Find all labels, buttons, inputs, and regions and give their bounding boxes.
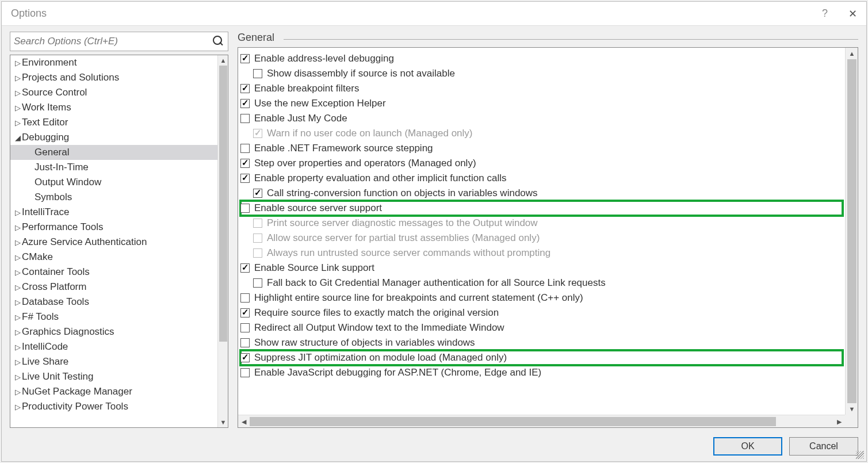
tree-item[interactable]: Just-In-Time [10,160,217,175]
search-icon[interactable] [213,36,224,47]
option-row[interactable]: Call string-conversion function on objec… [240,186,843,201]
tree-scrollbar[interactable]: ▲ ▼ [217,55,228,427]
option-row[interactable]: Suppress JIT optimization on module load… [240,350,843,365]
checkbox[interactable] [240,323,250,332]
tree-item[interactable]: ▷Work Items [10,100,217,115]
option-row[interactable]: Use the new Exception Helper [240,96,843,111]
ok-button[interactable]: OK [713,437,782,456]
scroll-thumb[interactable] [250,417,776,426]
chevron-right-icon[interactable]: ▷ [14,388,22,396]
checkbox[interactable] [253,69,262,78]
tree-item[interactable]: ▷Projects and Solutions [10,70,217,85]
scroll-up-icon[interactable]: ▲ [846,48,858,59]
search-box[interactable] [10,32,228,51]
scroll-left-icon[interactable]: ◀ [238,415,250,428]
chevron-right-icon[interactable]: ▷ [14,298,22,307]
checkbox[interactable] [240,353,250,362]
chevron-right-icon[interactable]: ▷ [14,343,22,351]
tree-item[interactable]: ▷Performance Tools [10,220,217,235]
option-row[interactable]: Enable .NET Framework source stepping [240,141,843,156]
option-row[interactable]: Enable Just My Code [240,111,843,126]
tree-item[interactable]: Output Window [10,175,217,190]
option-row[interactable]: Highlight entire source line for breakpo… [240,290,843,305]
checkbox[interactable] [240,114,250,123]
options-hscroll[interactable]: ◀ ▶ [238,415,845,427]
chevron-right-icon[interactable]: ▷ [14,358,22,366]
options-vscroll[interactable]: ▲ ▼ [845,48,858,415]
tree-item[interactable]: ▷Environment [10,55,217,70]
tree-item[interactable]: ▷NuGet Package Manager [10,384,217,399]
tree-item[interactable]: ▷Source Control [10,85,217,100]
chevron-right-icon[interactable]: ▷ [14,208,22,217]
checkbox[interactable] [240,54,250,63]
tree-item[interactable]: ▷IntelliCode [10,339,217,354]
option-row[interactable]: Enable breakpoint filters [240,81,843,96]
option-row[interactable]: Step over properties and operators (Mana… [240,156,843,171]
option-row[interactable]: Enable Source Link support [240,261,843,275]
scroll-down-icon[interactable]: ▼ [218,417,228,427]
option-row[interactable]: Enable source server support [240,201,843,216]
chevron-right-icon[interactable]: ▷ [14,74,22,82]
scroll-right-icon[interactable]: ▶ [833,415,845,428]
tree-item[interactable]: ▷Text Editor [10,115,217,130]
chevron-right-icon[interactable]: ▷ [14,89,22,97]
chevron-right-icon[interactable]: ▷ [14,104,22,112]
tree-item[interactable]: ▷Container Tools [10,265,217,280]
option-row[interactable]: Fall back to Git Credential Manager auth… [240,275,843,290]
chevron-right-icon[interactable]: ▷ [14,403,22,411]
chevron-right-icon[interactable]: ▷ [14,328,22,336]
chevron-right-icon[interactable]: ▷ [14,238,22,247]
scroll-thumb[interactable] [219,66,227,342]
chevron-right-icon[interactable]: ▷ [14,59,22,67]
checkbox[interactable] [253,189,262,198]
option-row[interactable]: Require source files to exactly match th… [240,305,843,320]
resize-grip[interactable] [856,451,864,459]
checkbox[interactable] [240,204,250,213]
help-button[interactable]: ? [811,7,839,20]
tree-item[interactable]: ▷Productivity Power Tools [10,399,217,414]
tree-item[interactable]: ▷CMake [10,250,217,265]
chevron-right-icon[interactable]: ▷ [14,268,22,277]
scroll-up-icon[interactable]: ▲ [218,55,228,66]
checkbox[interactable] [253,278,262,288]
tree-item[interactable]: ▷Database Tools [10,294,217,309]
option-row[interactable]: Enable property evaluation and other imp… [240,171,843,186]
tree-item[interactable]: ▷Azure Service Authentication [10,235,217,250]
option-row[interactable]: Enable JavaScript debugging for ASP.NET … [240,365,843,380]
option-row[interactable]: Show raw structure of objects in variabl… [240,335,843,350]
checkbox[interactable] [240,263,250,273]
tree-item[interactable]: ▷Graphics Diagnostics [10,324,217,339]
chevron-right-icon[interactable]: ▷ [14,253,22,262]
chevron-right-icon[interactable]: ▷ [14,373,22,381]
tree-item[interactable]: ◢Debugging [10,130,217,145]
tree-item[interactable]: ▷F# Tools [10,309,217,324]
checkbox[interactable] [240,144,250,153]
tree-item[interactable]: ▷Live Unit Testing [10,369,217,384]
scroll-thumb[interactable] [847,59,856,403]
tree-item[interactable]: Symbols [10,190,217,205]
checkbox[interactable] [240,84,250,93]
chevron-right-icon[interactable]: ▷ [14,223,22,232]
checkbox[interactable] [240,174,250,183]
option-row[interactable]: Show disassembly if source is not availa… [240,66,843,81]
option-row[interactable]: Redirect all Output Window text to the I… [240,320,843,335]
checkbox[interactable] [240,338,250,347]
tree-item[interactable]: ▷Cross Platform [10,280,217,294]
checkbox[interactable] [240,293,250,303]
checkbox[interactable] [240,99,250,108]
close-icon[interactable]: ✕ [839,7,866,20]
search-input[interactable] [14,36,213,47]
tree-item[interactable]: General [10,145,217,160]
chevron-right-icon[interactable]: ▷ [14,313,22,322]
chevron-right-icon[interactable]: ▷ [14,283,22,292]
checkbox[interactable] [240,159,250,168]
tree-item[interactable]: ▷IntelliTrace [10,205,217,220]
chevron-down-icon[interactable]: ◢ [14,133,22,142]
option-row[interactable]: Enable address-level debugging [240,51,843,66]
checkbox[interactable] [240,308,250,317]
scroll-down-icon[interactable]: ▼ [846,403,858,415]
cancel-button[interactable]: Cancel [789,437,858,456]
chevron-right-icon[interactable]: ▷ [14,118,22,127]
checkbox[interactable] [240,368,250,377]
tree-item[interactable]: ▷Live Share [10,354,217,369]
